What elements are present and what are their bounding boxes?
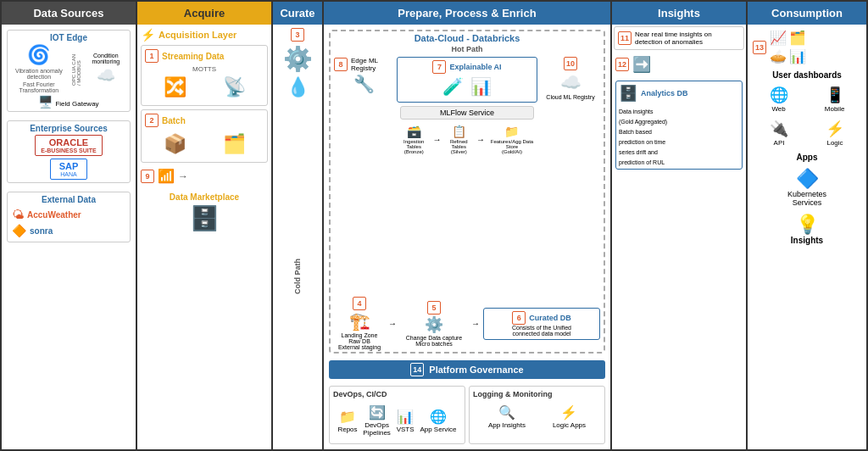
hot-path-label: Hot Path bbox=[331, 45, 604, 55]
right-arrow: → bbox=[178, 170, 188, 182]
radio-icon: 📡 bbox=[223, 76, 246, 98]
explainable-ai-label: Explainable AI bbox=[449, 63, 501, 71]
marketplace-label: Data Marketplace bbox=[141, 192, 268, 202]
kubernetes-icon: 🔷 bbox=[796, 168, 819, 190]
app-insights-icon: 🔍 bbox=[498, 404, 515, 420]
curate-stream-icon: 💧 bbox=[287, 76, 309, 98]
acquire-header: Acquire bbox=[137, 2, 271, 25]
devops-section: DevOps, CI/CD 📁 Repos 🔄 DevOps Pipelines… bbox=[329, 386, 465, 444]
ingestion-row: 🗃️ Ingestion Tables (Bronze) → 📋 Refined… bbox=[397, 123, 537, 156]
consumption-insights-section: 💡 Insights bbox=[749, 210, 865, 248]
step4-badge: 4 bbox=[353, 297, 366, 310]
sonra-icon: 🔶 bbox=[12, 224, 26, 237]
web-label: Web bbox=[771, 105, 785, 113]
consumption-header: Consumption bbox=[748, 2, 866, 25]
logic-apps-icon: ⚡ bbox=[560, 404, 577, 420]
step12-arrow-icon: ➡️ bbox=[632, 55, 651, 74]
streaming-label: Streaming Data bbox=[162, 52, 224, 61]
sap-logo: SAP HANA bbox=[50, 159, 88, 180]
api-logic-row: 🔌 API ⚡ Logic bbox=[749, 116, 865, 150]
oracle-label: ORACLE bbox=[41, 137, 96, 148]
batch-label: Batch bbox=[162, 116, 186, 125]
wifi-icon: 📶 bbox=[158, 168, 175, 184]
acquisition-layer-icon: ⚡ bbox=[141, 28, 155, 42]
api-icon: 🔌 bbox=[770, 120, 788, 138]
batch-db-icon: 🗂️ bbox=[223, 133, 246, 155]
curate-header: Curate bbox=[273, 2, 322, 25]
refined-icon: 📋 bbox=[452, 125, 466, 138]
cloud-ml-icon: ☁️ bbox=[560, 72, 581, 92]
iot-edge-section: IOT Edge 🌀 Vibration anomaly detection F… bbox=[7, 30, 131, 112]
cdc-label: Change Data capture Micro batches bbox=[406, 335, 463, 347]
analytics-db-label: Analytics DB bbox=[641, 89, 688, 97]
step6-badge: 6 bbox=[512, 311, 526, 325]
external-title: External Data bbox=[10, 195, 127, 204]
insights-header: Insights bbox=[612, 2, 746, 25]
step2-badge: 2 bbox=[145, 114, 159, 127]
chart2-icon: 🗂️ bbox=[789, 30, 806, 46]
insights-consumption-label: Insights bbox=[791, 236, 823, 245]
repos-icon: 📁 bbox=[339, 409, 356, 425]
user-dashboards-label: User dashboards bbox=[749, 70, 865, 80]
landing-zone-label: Landing Zone Raw DB External staging bbox=[338, 332, 381, 350]
ingestion-bronze-label: Ingestion Tables (Bronze) bbox=[398, 139, 430, 154]
field-gateway-icon: 🖥️ bbox=[38, 95, 53, 109]
devops-title: DevOps, CI/CD bbox=[333, 390, 461, 398]
step1-badge: 1 bbox=[145, 49, 159, 63]
insights-column: Insights 11 Near real time insights on d… bbox=[612, 2, 748, 449]
field-gateway-label: Field Gateway bbox=[55, 100, 98, 108]
condition-label: Condition monitoring bbox=[85, 53, 127, 64]
repos-label: Repos bbox=[337, 426, 357, 433]
app-service-label: App Service bbox=[420, 426, 456, 433]
iot-edge-title: IOT Edge bbox=[10, 33, 127, 42]
arrow-right-2: → bbox=[476, 135, 485, 144]
step7-badge: 7 bbox=[432, 60, 446, 74]
governance-row: DevOps, CI/CD 📁 Repos 🔄 DevOps Pipelines… bbox=[326, 382, 609, 448]
api-label: API bbox=[774, 139, 785, 147]
oracle-sub: E-BUSINESS SUITE bbox=[41, 148, 96, 153]
analytics-desc: Data insights (Gold Aggregated) Batch ba… bbox=[619, 109, 667, 165]
mlflow-label: MLFlow Service bbox=[400, 106, 534, 120]
consumption-column: Consumption 13 📈 🗂️ 🥧 📊 User dashboards … bbox=[748, 2, 866, 449]
curated-db-label: Curated DB bbox=[529, 314, 571, 322]
vsts-icon: 📊 bbox=[397, 409, 414, 425]
step11-label: Near real time insights on detection of … bbox=[635, 31, 740, 46]
web-icon: 🌐 bbox=[770, 86, 788, 104]
mobile-icon: 📱 bbox=[826, 86, 844, 104]
analytics-db-icon: 🗄️ bbox=[619, 84, 637, 103]
step10-badge: 10 bbox=[564, 57, 577, 70]
app-service-icon: 🌐 bbox=[430, 409, 447, 425]
chart3-icon: 🥧 bbox=[770, 48, 787, 64]
datasources-column: Data Sources IOT Edge 🌀 Vibration anomal… bbox=[2, 2, 137, 449]
accuweather-label: AccuWeather bbox=[27, 210, 81, 220]
sap-label: SAP bbox=[59, 161, 79, 171]
vsts-label: VSTS bbox=[397, 426, 415, 433]
insight-step11: 11 Near real time insights on detection … bbox=[614, 26, 744, 50]
step5-badge: 5 bbox=[427, 301, 441, 315]
step3-badge: 3 bbox=[291, 28, 304, 42]
curated-desc: Consists of the Unified connected data m… bbox=[512, 325, 571, 337]
app-insights-label: App Insights bbox=[488, 421, 526, 429]
oracle-logo: ORACLE E-BUSINESS SUITE bbox=[35, 135, 102, 156]
refined-silver-label: Refined Tables (Silver) bbox=[445, 139, 473, 154]
ai-beaker-icon: 🧪 bbox=[442, 76, 464, 97]
logic-apps-label: Logic Apps bbox=[553, 421, 586, 429]
sap-sub: HANA bbox=[59, 171, 79, 177]
acquisition-layer-title: Acquisition Layer bbox=[159, 30, 236, 40]
databricks-title: Data-Cloud - Databricks bbox=[331, 31, 604, 45]
arrow-right-1: → bbox=[433, 135, 442, 144]
apps-label: Apps bbox=[749, 153, 865, 162]
accuweather-icon: 🌤 bbox=[12, 208, 24, 221]
cloud-icon: ☁️ bbox=[97, 66, 115, 85]
consumption-top: 13 📈 🗂️ 🥧 📊 bbox=[749, 26, 865, 68]
streaming-section: 1 Streaming Data MOTTS 🔀 📡 bbox=[141, 45, 268, 106]
opc-protocol-label: OPC UA CAN / MODBUS bbox=[71, 52, 81, 86]
acquire-column: Acquire ⚡ Acquisition Layer 1 Streaming … bbox=[137, 2, 273, 449]
curate-gear-icon: ⚙️ bbox=[283, 45, 313, 73]
devops-pipelines-label: DevOps Pipelines bbox=[363, 421, 390, 437]
iot-desc1: Vibration anomaly detection bbox=[10, 68, 68, 80]
logic-icon: ⚡ bbox=[826, 120, 844, 138]
batch-section: 2 Batch 📦 🗂️ bbox=[141, 109, 268, 163]
logging-title: Logging & Monitoring bbox=[473, 390, 601, 398]
cdc-icon: ⚙️ bbox=[425, 315, 443, 334]
